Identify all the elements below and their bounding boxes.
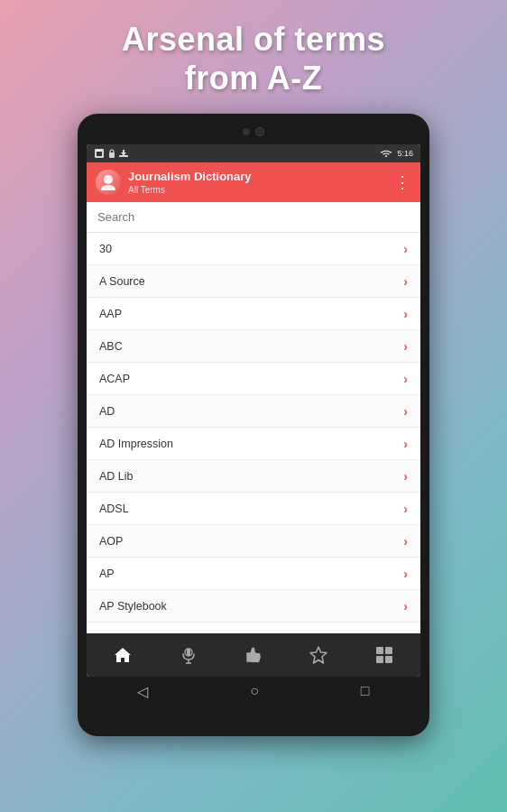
list-item-label: ABC bbox=[99, 340, 123, 353]
svg-point-6 bbox=[104, 175, 113, 184]
list-item-arrow: › bbox=[403, 567, 408, 581]
recents-button[interactable]: □ bbox=[361, 683, 370, 699]
list-item-label: AAP bbox=[99, 308, 122, 320]
list-item[interactable]: ACAP › bbox=[87, 363, 420, 395]
star-icon bbox=[309, 645, 328, 665]
hero-line2: from A-Z bbox=[185, 60, 323, 97]
svg-rect-3 bbox=[109, 152, 115, 158]
list-item-arrow: › bbox=[403, 502, 408, 516]
list-item[interactable]: AD Lib › bbox=[87, 460, 420, 493]
android-nav-bar: ◁ ○ □ bbox=[87, 677, 420, 706]
search-bar bbox=[87, 202, 420, 233]
app-avatar bbox=[96, 170, 121, 195]
list-item-arrow: › bbox=[403, 274, 408, 289]
list-item-arrow: › bbox=[403, 339, 408, 354]
nav-home[interactable] bbox=[97, 637, 148, 673]
list-item-label: ADSL bbox=[99, 503, 129, 515]
list-item-label: 30 bbox=[99, 243, 112, 255]
search-input[interactable] bbox=[97, 210, 410, 224]
app-title: Journalism Dictionary bbox=[128, 170, 387, 185]
list-item-arrow: › bbox=[403, 242, 408, 256]
home-icon bbox=[113, 645, 133, 665]
status-bar-right: 5:16 bbox=[379, 149, 413, 158]
list-item-arrow: › bbox=[403, 372, 408, 386]
menu-button[interactable]: ⋮ bbox=[394, 172, 411, 192]
list-item-label: AD Lib bbox=[99, 470, 134, 483]
camera-area bbox=[243, 125, 264, 139]
hero-text: Arsenal of terms from A-Z bbox=[0, 0, 507, 114]
list-item-arrow: › bbox=[403, 599, 408, 614]
list-item[interactable]: AP Stylebook › bbox=[87, 590, 420, 623]
svg-rect-11 bbox=[247, 653, 251, 661]
list-item-arrow: › bbox=[403, 404, 408, 419]
list-item[interactable]: 30 › bbox=[87, 233, 420, 265]
app-bar-titles: Journalism Dictionary All Terms bbox=[128, 170, 387, 195]
list-item-label: A Source bbox=[99, 275, 145, 288]
app-subtitle: All Terms bbox=[128, 185, 387, 195]
app-bar: Journalism Dictionary All Terms ⋮ bbox=[87, 162, 420, 202]
list-item-label: AOP bbox=[99, 535, 123, 548]
terms-list: 30 › A Source › AAP › ABC › ACAP › AD › … bbox=[87, 233, 420, 633]
lock-icon bbox=[108, 149, 115, 158]
list-item[interactable]: AD › bbox=[87, 395, 420, 428]
list-item-arrow: › bbox=[403, 307, 408, 321]
svg-rect-14 bbox=[385, 647, 392, 654]
screen: 5:16 Journalism Dictionary All Terms ⋮ bbox=[87, 144, 420, 677]
svg-rect-15 bbox=[376, 656, 383, 663]
list-item-label: ACAP bbox=[99, 373, 130, 385]
list-item-label: AP bbox=[99, 567, 115, 580]
list-item[interactable]: AAP › bbox=[87, 298, 420, 330]
svg-rect-13 bbox=[376, 647, 383, 654]
back-button[interactable]: ◁ bbox=[137, 683, 148, 700]
svg-rect-16 bbox=[385, 656, 392, 663]
camera-dot-left bbox=[243, 128, 250, 135]
tablet-frame: 5:16 Journalism Dictionary All Terms ⋮ bbox=[78, 114, 429, 736]
list-item-arrow: › bbox=[403, 469, 408, 484]
svg-rect-8 bbox=[187, 649, 190, 656]
thumbs-up-icon bbox=[244, 645, 263, 665]
list-item-arrow: › bbox=[403, 437, 408, 451]
status-bar-left bbox=[94, 149, 128, 158]
download-icon bbox=[119, 149, 128, 158]
status-time: 5:16 bbox=[397, 149, 413, 158]
list-item-label: AD Impression bbox=[99, 438, 173, 450]
list-item[interactable]: ABC › bbox=[87, 330, 420, 363]
nav-microphone[interactable] bbox=[163, 637, 214, 673]
nav-star[interactable] bbox=[293, 637, 344, 673]
list-item-label: AP Stylebook bbox=[99, 600, 167, 613]
svg-rect-2 bbox=[97, 150, 100, 152]
svg-marker-5 bbox=[121, 150, 126, 156]
svg-marker-12 bbox=[310, 647, 327, 663]
list-item[interactable]: A Source › bbox=[87, 265, 420, 298]
bottom-nav bbox=[87, 633, 420, 677]
list-item[interactable]: AD Impression › bbox=[87, 428, 420, 460]
nav-grid[interactable] bbox=[359, 637, 410, 673]
list-item[interactable]: Absolute Privilege › bbox=[87, 623, 420, 633]
nav-thumbs-up[interactable] bbox=[228, 637, 279, 673]
list-item[interactable]: ADSL › bbox=[87, 493, 420, 525]
avatar-img bbox=[96, 170, 121, 195]
list-item-label: AD bbox=[99, 405, 115, 418]
list-item[interactable]: AP › bbox=[87, 558, 420, 590]
svg-rect-1 bbox=[97, 152, 102, 156]
grid-icon bbox=[374, 645, 394, 665]
hero-line1: Arsenal of terms bbox=[122, 21, 385, 58]
list-item-arrow: › bbox=[403, 534, 408, 549]
sim-icon bbox=[94, 149, 105, 158]
home-button[interactable]: ○ bbox=[250, 683, 259, 699]
camera-dot-main bbox=[255, 127, 264, 136]
list-item[interactable]: AOP › bbox=[87, 525, 420, 558]
microphone-icon bbox=[179, 645, 198, 665]
wifi-icon bbox=[379, 149, 393, 158]
status-bar: 5:16 bbox=[87, 144, 420, 162]
